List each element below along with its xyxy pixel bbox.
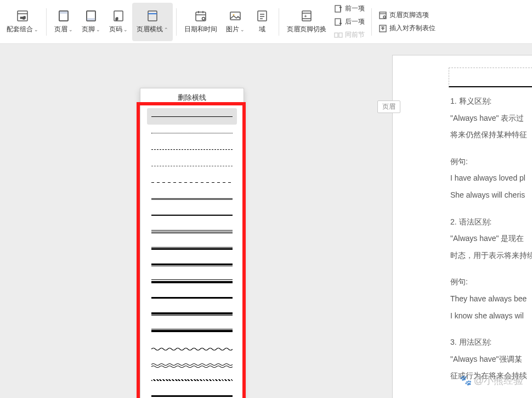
separator bbox=[279, 8, 279, 36]
field-button[interactable]: 域 bbox=[249, 3, 275, 41]
ribbon-toolbar: =# 配套组合⌄ 页眉⌄ 页脚⌄ # 页码⌄ 页眉横线⌃ 日期和时间 bbox=[0, 0, 532, 44]
chevron-down-icon: ⌃ bbox=[164, 27, 168, 32]
doc-line[interactable]: "Always have" 是现在 bbox=[450, 231, 532, 246]
link-icon bbox=[334, 31, 343, 40]
header-label: 页眉 bbox=[54, 25, 67, 33]
svg-rect-20 bbox=[258, 11, 267, 21]
doc-line[interactable]: 2. 语法区别: bbox=[450, 215, 532, 229]
next-item-button[interactable]: 后一项 bbox=[331, 16, 368, 28]
pagenum-icon: # bbox=[112, 9, 125, 23]
separator bbox=[371, 8, 372, 36]
doc-line[interactable]: I have always loved pl bbox=[450, 171, 532, 186]
line-style-list bbox=[140, 106, 244, 398]
same-prev-button: 同前节 bbox=[331, 29, 368, 41]
line-style-dashed[interactable] bbox=[147, 158, 237, 174]
chevron-down-icon: ⌄ bbox=[96, 27, 100, 32]
nav-stack: 前一项 后一项 同前节 bbox=[331, 3, 368, 41]
footer-icon bbox=[84, 9, 98, 23]
line-style-bar[interactable] bbox=[147, 388, 237, 398]
line-style-thick-thin[interactable] bbox=[147, 256, 237, 273]
doc-line[interactable]: "Always have" 表示过 bbox=[450, 111, 532, 126]
doc-line[interactable]: 征或行为在将来会持续 bbox=[450, 368, 532, 383]
combo-icon: =# bbox=[16, 9, 29, 23]
headerline-dropdown: 删除横线 页眉横线颜色(C) › bbox=[140, 88, 244, 398]
hf-options-label: 页眉页脚选项 bbox=[389, 10, 429, 20]
chevron-down-icon: ⌄ bbox=[123, 27, 128, 32]
svg-rect-18 bbox=[230, 12, 240, 20]
page[interactable]: 页眉 1. 释义区别:"Always have" 表示过将来仍然保持某种特征例句… bbox=[392, 55, 532, 398]
doc-line[interactable]: 1. 释义区别: bbox=[450, 94, 532, 109]
doc-line[interactable]: 将来仍然保持某种特征 bbox=[450, 127, 532, 142]
document-body[interactable]: 1. 释义区别:"Always have" 表示过将来仍然保持某种特征例句:I … bbox=[450, 94, 532, 398]
line-style-thin-thick[interactable] bbox=[147, 240, 237, 256]
remove-line-item[interactable]: 删除横线 bbox=[140, 88, 244, 106]
next-label: 后一项 bbox=[345, 17, 365, 26]
headerline-icon bbox=[146, 9, 159, 23]
prev-item-button[interactable]: 前一项 bbox=[331, 3, 368, 15]
separator bbox=[176, 8, 177, 36]
chevron-down-icon: ⌄ bbox=[69, 27, 73, 32]
separator bbox=[46, 8, 47, 36]
line-style-single[interactable] bbox=[147, 108, 237, 125]
next-icon bbox=[334, 18, 343, 26]
calendar-icon bbox=[194, 9, 207, 23]
doc-line[interactable]: 例句: bbox=[450, 154, 532, 169]
doc-line[interactable]: 3. 用法区别: bbox=[450, 335, 532, 350]
header-icon bbox=[57, 9, 70, 23]
footer-button[interactable]: 页脚⌄ bbox=[77, 3, 105, 41]
header-button[interactable]: 页眉⌄ bbox=[50, 3, 77, 41]
same-prev-label: 同前节 bbox=[345, 30, 365, 40]
line-style-thick-thin-2[interactable] bbox=[147, 306, 237, 322]
switch-icon bbox=[300, 9, 313, 23]
header-tag[interactable]: 页眉 bbox=[377, 100, 400, 113]
image-icon bbox=[229, 9, 242, 23]
line-style-triple[interactable] bbox=[147, 223, 237, 240]
align-tab-label: 插入对齐制表位 bbox=[389, 24, 435, 33]
document-area: 页眉 1. 释义区别:"Always have" 表示过将来仍然保持某种特征例句… bbox=[373, 44, 532, 398]
line-style-double-wave[interactable] bbox=[147, 355, 237, 372]
doc-line[interactable]: 例句: bbox=[450, 395, 532, 398]
doc-line[interactable]: I know she always wil bbox=[450, 309, 532, 323]
hf-options-button[interactable]: 页眉页脚选项 bbox=[375, 9, 439, 21]
doc-line[interactable]: 时态，用于表示将来持续 bbox=[450, 248, 532, 263]
line-style-dotted[interactable] bbox=[147, 125, 237, 141]
combo-label: 配套组合 bbox=[7, 25, 33, 33]
line-style-dashdot[interactable] bbox=[147, 174, 237, 190]
line-style-heavy[interactable] bbox=[147, 289, 237, 306]
workspace: 删除横线 页眉横线颜色(C) › bbox=[0, 44, 532, 398]
chevron-down-icon: ⌄ bbox=[240, 27, 245, 32]
svg-point-33 bbox=[383, 16, 386, 18]
header-region[interactable] bbox=[449, 68, 532, 87]
svg-rect-30 bbox=[339, 33, 342, 37]
picture-label: 图片 bbox=[226, 25, 239, 33]
headerline-button[interactable]: 页眉横线⌃ bbox=[132, 3, 173, 41]
line-style-wave[interactable] bbox=[147, 339, 237, 355]
prev-label: 前一项 bbox=[345, 4, 365, 13]
svg-rect-11 bbox=[148, 11, 157, 21]
combo-button[interactable]: =# 配套组合⌄ bbox=[2, 3, 43, 41]
doc-line[interactable]: They have always bee bbox=[450, 292, 532, 306]
hfswitch-label: 页眉页脚切换 bbox=[287, 25, 326, 34]
picture-button[interactable]: 图片⌄ bbox=[222, 3, 249, 41]
headerline-label: 页眉横线 bbox=[137, 25, 163, 33]
aligntab-icon bbox=[378, 24, 387, 33]
doc-line[interactable]: She always will cheris bbox=[450, 188, 532, 203]
svg-text:=#: =# bbox=[20, 15, 26, 20]
doc-line[interactable]: "Always have"强调某 bbox=[450, 352, 532, 367]
line-style-thick[interactable] bbox=[147, 207, 237, 223]
line-style-double[interactable] bbox=[147, 190, 237, 207]
options-icon bbox=[378, 11, 387, 20]
line-style-dashed-fine[interactable] bbox=[147, 141, 237, 158]
doc-line[interactable]: 例句: bbox=[450, 274, 532, 289]
line-style-thin-thick-thin[interactable] bbox=[147, 273, 237, 289]
line-style-hatch[interactable] bbox=[147, 372, 237, 388]
line-style-thin-thick-2[interactable] bbox=[147, 322, 237, 339]
pagenum-button[interactable]: # 页码⌄ bbox=[105, 3, 132, 41]
align-tab-button[interactable]: 插入对齐制表位 bbox=[375, 23, 439, 35]
field-label: 域 bbox=[259, 25, 265, 34]
hfswitch-button[interactable]: 页眉页脚切换 bbox=[282, 3, 331, 41]
svg-point-17 bbox=[202, 18, 205, 20]
datetime-button[interactable]: 日期和时间 bbox=[180, 3, 222, 41]
svg-text:#: # bbox=[116, 17, 118, 21]
chevron-down-icon: ⌄ bbox=[34, 27, 38, 32]
